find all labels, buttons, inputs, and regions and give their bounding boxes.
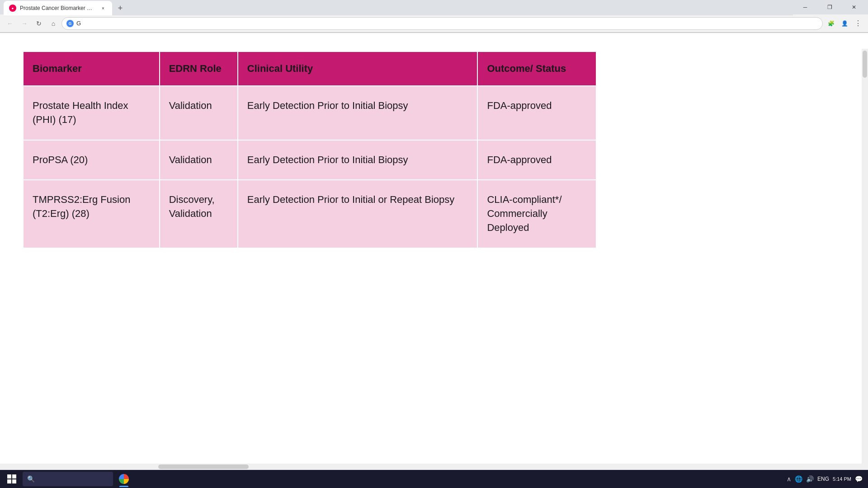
cell-clinical-1: Early Detection Prior to Initial Biopsy — [238, 86, 478, 140]
volume-icon[interactable]: 🔊 — [806, 475, 814, 483]
browser-tab-active[interactable]: ● Prostate Cancer Biomarker Devel × — [4, 1, 112, 15]
page-content: Biomarker EDRN Role Clinical Utility Out… — [0, 33, 868, 472]
minimize-button[interactable]: ─ — [795, 0, 816, 14]
tab-title: Prostate Cancer Biomarker Devel — [20, 5, 96, 11]
refresh-button[interactable]: ↻ — [33, 17, 45, 30]
cell-outcome-1: FDA-approved — [477, 86, 596, 140]
table-row: TMPRSS2:Erg Fusion (T2:Erg) (28) Discove… — [23, 180, 596, 248]
table-header-row: Biomarker EDRN Role Clinical Utility Out… — [23, 52, 596, 86]
language-label: ENG — [817, 476, 829, 482]
browser-toolbar: ← → ↻ ⌂ G 🧩 👤 ⋮ — [0, 14, 868, 33]
header-biomarker: Biomarker — [23, 52, 160, 86]
new-tab-button[interactable]: + — [114, 2, 127, 14]
cell-edrn-2: Validation — [160, 140, 238, 180]
vertical-scrollbar[interactable] — [862, 49, 868, 470]
browser-chrome: ● Prostate Cancer Biomarker Devel × + ─ … — [0, 0, 868, 33]
tab-favicon: ● — [9, 5, 16, 12]
close-button[interactable]: ✕ — [844, 0, 864, 14]
forward-button[interactable]: → — [18, 17, 31, 30]
table-row: Prostate Health Index (PHI) (17) Validat… — [23, 86, 596, 140]
back-button[interactable]: ← — [4, 17, 16, 30]
header-clinical-utility: Clinical Utility — [238, 52, 478, 86]
toolbar-right: 🧩 👤 ⋮ — [825, 17, 864, 30]
biomarker-table: Biomarker EDRN Role Clinical Utility Out… — [23, 51, 597, 249]
cell-biomarker-1: Prostate Health Index (PHI) (17) — [23, 86, 160, 140]
cell-edrn-3: Discovery, Validation — [160, 180, 238, 248]
cell-clinical-3: Early Detection Prior to Initial or Repe… — [238, 180, 478, 248]
taskbar: 🔍 ∧ 🌐 🔊 ENG 5:14 PM 💬 — [0, 470, 868, 488]
header-outcome-status: Outcome/ Status — [477, 52, 596, 86]
cell-outcome-3: CLIA-compliant*/ Commercially Deployed — [477, 180, 596, 248]
scrollbar-thumb[interactable] — [863, 51, 867, 78]
title-bar: ● Prostate Cancer Biomarker Devel × + ─ … — [0, 0, 868, 14]
tray-arrow-icon[interactable]: ∧ — [787, 475, 791, 483]
cell-clinical-2: Early Detection Prior to Initial Biopsy — [238, 140, 478, 180]
tab-bar: ● Prostate Cancer Biomarker Devel × + — [4, 0, 793, 15]
taskbar-tray: ∧ 🌐 🔊 ENG 5:14 PM 💬 — [787, 475, 866, 483]
clock-time: 5:14 PM — [833, 476, 851, 482]
network-icon[interactable]: 🌐 — [795, 475, 802, 483]
home-button[interactable]: ⌂ — [47, 17, 60, 30]
horizontal-scrollbar[interactable] — [0, 464, 868, 470]
address-input[interactable] — [76, 20, 818, 27]
google-favicon: G — [66, 20, 74, 27]
header-edrn-role: EDRN Role — [160, 52, 238, 86]
profile-button[interactable]: 👤 — [838, 17, 851, 30]
search-icon: 🔍 — [27, 475, 35, 483]
cell-biomarker-2: ProPSA (20) — [23, 140, 160, 180]
windows-icon — [7, 474, 16, 483]
chrome-icon — [119, 474, 129, 484]
cell-biomarker-3: TMPRSS2:Erg Fusion (T2:Erg) (28) — [23, 180, 160, 248]
cell-outcome-2: FDA-approved — [477, 140, 596, 180]
h-scrollbar-thumb[interactable] — [158, 465, 249, 469]
address-bar[interactable]: G — [61, 17, 823, 30]
extension-button[interactable]: 🧩 — [825, 17, 837, 30]
tray-time: 5:14 PM — [833, 476, 851, 482]
maximize-button[interactable]: ❐ — [819, 0, 840, 14]
taskbar-search[interactable]: 🔍 — [23, 472, 113, 486]
cell-edrn-1: Validation — [160, 86, 238, 140]
table-row: ProPSA (20) Validation Early Detection P… — [23, 140, 596, 180]
notification-icon[interactable]: 💬 — [855, 475, 863, 483]
taskbar-chrome-app[interactable] — [114, 471, 134, 487]
window-controls: ─ ❐ ✕ — [795, 0, 864, 14]
tab-close-button[interactable]: × — [99, 5, 107, 12]
menu-button[interactable]: ⋮ — [852, 17, 864, 30]
start-button[interactable] — [2, 471, 22, 487]
